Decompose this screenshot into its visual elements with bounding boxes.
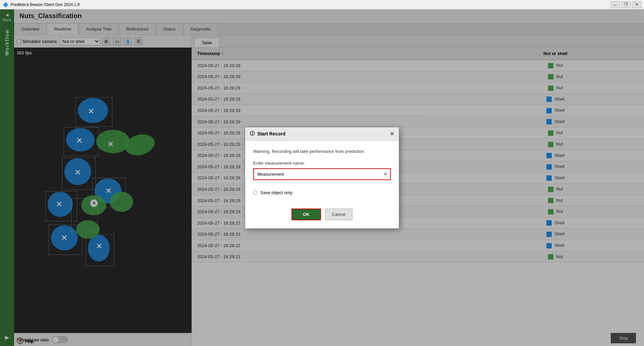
titlebar-left: 🔷 Prediktera Breeze Client Geo 2024.1.9 <box>3 2 79 7</box>
titlebar-right: — ❐ ✕ <box>610 1 641 8</box>
measurement-name-input[interactable] <box>254 169 381 179</box>
dialog-ok-button[interactable]: OK <box>291 209 321 220</box>
dialog-input-wrapper: ✕ <box>253 168 391 180</box>
minimize-button[interactable]: — <box>610 1 620 8</box>
app-icon: 🔷 <box>3 2 8 7</box>
dialog-info-icon: ⓘ <box>250 131 255 137</box>
maximize-button[interactable]: ❐ <box>621 1 631 8</box>
window-title: Prediktera Breeze Client Geo 2024.1.9 <box>10 2 79 7</box>
dialog-warning-text: Warning. Recording will take performance… <box>253 149 391 154</box>
save-object-only-radio[interactable] <box>253 190 258 195</box>
dialog-header: ⓘ Start Record ✕ <box>245 127 399 141</box>
save-object-only-container: Save object only <box>253 190 391 195</box>
dialog-overlay: ⓘ Start Record ✕ Warning. Recording will… <box>0 9 644 346</box>
dialog-input-clear-button[interactable]: ✕ <box>381 170 390 178</box>
dialog-title: Start Record <box>257 131 285 136</box>
save-object-only-label: Save object only <box>260 190 292 195</box>
dialog-cancel-button[interactable]: Cancel <box>325 209 353 220</box>
titlebar: 🔷 Prediktera Breeze Client Geo 2024.1.9 … <box>0 0 644 9</box>
dialog-header-left: ⓘ Start Record <box>250 131 285 137</box>
dialog-footer: OK Cancel <box>253 203 391 220</box>
dialog-field-label: Enter measurement name: <box>253 161 391 166</box>
dialog-body: Warning. Recording will take performance… <box>245 141 399 228</box>
close-button[interactable]: ✕ <box>632 1 641 8</box>
start-record-dialog: ⓘ Start Record ✕ Warning. Recording will… <box>245 127 399 229</box>
dialog-close-button[interactable]: ✕ <box>390 131 394 137</box>
